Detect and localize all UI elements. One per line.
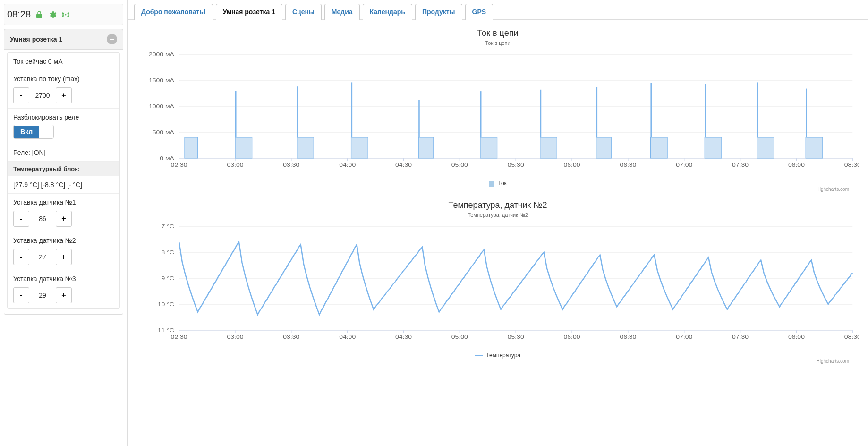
main: Добро пожаловать! Умная розетка 1 Сцены … [128, 0, 868, 446]
unblock-relay-row: Разблокировать реле Вкл [8, 109, 119, 144]
chart1-legend: Ток [137, 180, 859, 187]
svg-rect-50 [540, 137, 557, 158]
chart1-legend-swatch [489, 181, 494, 187]
sensor1-row: Уставка датчика №1 - 86 + [8, 194, 119, 232]
tab-media[interactable]: Медиа [324, 4, 360, 20]
current-plus-button[interactable]: + [56, 87, 72, 103]
chart1-title: Ток в цепи [137, 28, 859, 38]
chart-temperature: Температура, датчик №2 Температура, датч… [128, 200, 868, 369]
svg-text:06:00: 06:00 [564, 162, 580, 168]
svg-text:03:30: 03:30 [283, 334, 299, 340]
chart2-credits: Highcharts.com [137, 359, 859, 364]
sensor1-minus-button[interactable]: - [13, 211, 29, 227]
current-minus-button[interactable]: - [13, 87, 29, 103]
tab-welcome[interactable]: Добро пожаловать! [134, 4, 213, 20]
clock: 08:28 [7, 9, 31, 20]
sensor2-row: Уставка датчика №2 - 27 + [8, 232, 119, 270]
svg-text:07:30: 07:30 [732, 334, 749, 340]
device-title: Умная розетка 1 [10, 35, 62, 43]
svg-text:06:30: 06:30 [620, 162, 636, 168]
chart2-legend-label: Температура [486, 352, 520, 359]
svg-rect-40 [235, 137, 252, 158]
svg-rect-58 [757, 137, 774, 158]
svg-text:08:00: 08:00 [788, 334, 805, 340]
sensor3-minus-button[interactable]: - [13, 287, 29, 303]
svg-text:04:30: 04:30 [395, 162, 412, 168]
sensor3-label: Уставка датчика №3 [13, 275, 114, 283]
svg-text:02:30: 02:30 [171, 334, 187, 340]
svg-rect-38 [185, 137, 198, 158]
svg-text:07:00: 07:00 [676, 334, 692, 340]
sensor3-row: Уставка датчика №3 - 29 + [8, 270, 119, 308]
svg-rect-42 [297, 137, 314, 158]
sensor2-plus-button[interactable]: + [56, 249, 72, 265]
chart2-title: Температура, датчик №2 [137, 200, 859, 210]
svg-text:-9 °C: -9 °C [159, 275, 174, 281]
device-panel-header[interactable]: Умная розетка 1 [4, 29, 123, 50]
sensor3-plus-button[interactable]: + [56, 287, 72, 303]
current-setpoint-value: 2700 [33, 92, 52, 99]
tab-smart-socket-1[interactable]: Умная розетка 1 [216, 4, 282, 20]
chart1-legend-label: Ток [498, 180, 507, 187]
sidebar: 08:28 Умная розетка 1 Ток сейчас 0 мА Ус… [0, 0, 128, 446]
gear-icon[interactable] [48, 10, 57, 19]
sensor1-label: Уставка датчика №1 [13, 198, 114, 206]
current-setpoint-label: Уставка по току (max) [13, 75, 114, 83]
svg-text:08:00: 08:00 [788, 162, 805, 168]
svg-text:05:30: 05:30 [508, 162, 524, 168]
svg-text:500 мА: 500 мА [153, 129, 175, 135]
chart1-subtitle: Ток в цепи [137, 40, 859, 46]
svg-text:2000 мА: 2000 мА [149, 51, 175, 57]
temp-readings: [27.9 °C] [-8.8 °C] [- °C] [13, 181, 114, 189]
svg-text:1500 мА: 1500 мА [149, 77, 175, 83]
svg-rect-48 [480, 137, 497, 158]
tab-scenes[interactable]: Сцены [285, 4, 322, 20]
svg-text:07:00: 07:00 [676, 162, 692, 168]
chart2-canvas[interactable]: -11 °C-10 °C-9 °C-8 °C-7 °C02:3003:0003:… [137, 222, 859, 349]
relay-toggle[interactable]: Вкл [13, 125, 54, 139]
sensor2-minus-button[interactable]: - [13, 249, 29, 265]
chart2-subtitle: Температура, датчик №2 [137, 212, 859, 218]
svg-rect-54 [650, 137, 667, 158]
status-header: 08:28 [4, 4, 123, 25]
sensor2-stepper: - 27 + [13, 249, 114, 265]
chart1-canvas[interactable]: 0 мА500 мА1000 мА1500 мА2000 мА02:3003:0… [137, 50, 859, 177]
svg-rect-56 [705, 137, 722, 158]
tabs: Добро пожаловать! Умная розетка 1 Сцены … [128, 0, 868, 20]
chart-current: Ток в цепи Ток в цепи 0 мА500 мА1000 мА1… [128, 28, 868, 197]
temp-readings-row: [27.9 °C] [-8.8 °C] [- °C] [8, 176, 119, 194]
tab-products[interactable]: Продукты [415, 4, 462, 20]
svg-text:07:30: 07:30 [732, 162, 749, 168]
chart2-legend: Температура [137, 352, 859, 359]
svg-text:05:00: 05:00 [451, 334, 468, 340]
device-panel-body: Ток сейчас 0 мА Уставка по току (max) - … [4, 50, 123, 315]
sensor1-stepper: - 86 + [13, 211, 114, 227]
svg-text:04:30: 04:30 [395, 334, 412, 340]
svg-text:06:30: 06:30 [620, 334, 636, 340]
svg-text:03:00: 03:00 [227, 162, 243, 168]
svg-rect-52 [596, 137, 612, 158]
svg-text:06:00: 06:00 [564, 334, 580, 340]
temp-block-header: Температурный блок: [8, 162, 119, 176]
tab-gps[interactable]: GPS [465, 4, 494, 20]
sensor3-value: 29 [33, 292, 52, 299]
svg-text:08:30: 08:30 [844, 334, 859, 340]
svg-text:-8 °C: -8 °C [159, 249, 174, 255]
toggle-on-label: Вкл [14, 126, 39, 138]
sensor1-plus-button[interactable]: + [56, 211, 72, 227]
signal-icon [61, 10, 70, 19]
tab-calendar[interactable]: Календарь [363, 4, 412, 20]
svg-text:-10 °C: -10 °C [155, 301, 174, 307]
svg-text:-7 °C: -7 °C [159, 223, 174, 229]
lock-icon [34, 10, 44, 19]
svg-text:08:30: 08:30 [844, 162, 859, 168]
toggle-knob [39, 125, 53, 138]
svg-rect-46 [418, 137, 434, 158]
svg-text:04:00: 04:00 [339, 162, 356, 168]
sensor2-value: 27 [33, 253, 52, 261]
svg-text:03:00: 03:00 [227, 334, 243, 340]
collapse-icon[interactable] [107, 34, 117, 44]
sensor2-label: Уставка датчика №2 [13, 237, 114, 244]
svg-text:-11 °C: -11 °C [155, 327, 174, 333]
current-setpoint-row: Уставка по току (max) - 2700 + [8, 70, 119, 109]
